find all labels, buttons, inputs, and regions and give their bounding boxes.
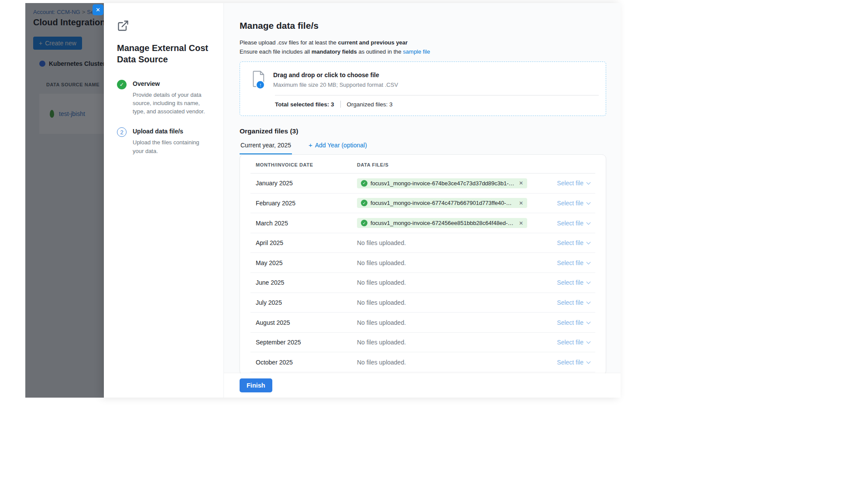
- background-page: Account: CCM-NG>Set Cloud Integration + …: [25, 3, 104, 398]
- file-chip: ✓focusv1_mongo-invoice-674be3ce47c73d37d…: [357, 178, 527, 188]
- month-label: March 2025: [256, 220, 357, 227]
- close-button[interactable]: ✕: [93, 4, 103, 15]
- step-complete-check-icon: ✓: [117, 80, 127, 89]
- month-label: July 2025: [256, 299, 357, 306]
- step-overview[interactable]: ✓ Overview Provide details of your data …: [117, 80, 211, 116]
- select-file-label: Select file: [557, 319, 583, 326]
- no-files-text: No files uploaded.: [357, 339, 406, 346]
- file-cell: No files uploaded.: [357, 239, 539, 246]
- chevron-down-icon: [587, 220, 591, 225]
- select-cell: Select file: [539, 200, 590, 207]
- chevron-down-icon: [587, 359, 591, 364]
- dropzone-secondary-text: Maximum file size 20 MB; Supported forma…: [273, 82, 398, 88]
- remove-file-icon[interactable]: ✕: [519, 220, 523, 226]
- select-file-label: Select file: [557, 279, 583, 286]
- step-overview-description: Provide details of your data source, inc…: [133, 91, 208, 116]
- step-upload-label: Upload data file/s: [133, 128, 208, 135]
- chevron-down-icon: [587, 240, 591, 245]
- select-file-label: Select file: [557, 239, 583, 246]
- external-link-icon: [117, 20, 129, 32]
- step-upload-data-files[interactable]: 2 Upload data file/s Upload the files co…: [117, 128, 211, 155]
- select-file-button[interactable]: Select file: [557, 279, 590, 286]
- file-cell: No files uploaded.: [357, 319, 539, 326]
- file-chip: ✓focusv1_mongo-invoice-6774c477b667901d7…: [357, 198, 527, 208]
- no-files-text: No files uploaded.: [357, 259, 406, 266]
- month-label: September 2025: [256, 339, 357, 346]
- select-cell: Select file: [539, 220, 590, 227]
- column-header-data-files: DATA FILE/S: [357, 162, 590, 167]
- select-file-label: Select file: [557, 339, 583, 346]
- upload-panel: Manage data file/s Please upload .csv fi…: [223, 3, 621, 398]
- select-cell: Select file: [539, 299, 590, 306]
- table-row: September 2025No files uploaded.Select f…: [250, 333, 595, 353]
- select-file-button[interactable]: Select file: [557, 180, 590, 187]
- select-cell: Select file: [539, 279, 590, 286]
- stats-divider: [340, 101, 341, 108]
- add-year-button[interactable]: + Add Year (optional): [308, 141, 368, 154]
- file-cell: No files uploaded.: [357, 259, 539, 266]
- remove-file-icon[interactable]: ✕: [519, 180, 523, 186]
- month-label: August 2025: [256, 319, 357, 326]
- step-overview-label: Overview: [133, 80, 208, 87]
- remove-file-icon[interactable]: ✕: [519, 200, 523, 206]
- no-files-text: No files uploaded.: [357, 319, 406, 326]
- table-row: July 2025No files uploaded.Select file: [250, 293, 595, 313]
- select-cell: Select file: [539, 239, 590, 246]
- table-header-row: MONTH/INVOICE DATE DATA FILE/S: [250, 155, 595, 174]
- sample-file-link[interactable]: sample file: [403, 48, 430, 55]
- select-file-button[interactable]: Select file: [557, 319, 590, 326]
- table-row: May 2025No files uploaded.Select file: [250, 253, 595, 273]
- select-file-label: Select file: [557, 359, 583, 366]
- screen: Account: CCM-NG>Set Cloud Integration + …: [0, 0, 844, 504]
- table-row: October 2025No files uploaded.Select fil…: [250, 352, 595, 372]
- select-file-button[interactable]: Select file: [557, 220, 590, 227]
- select-cell: Select file: [539, 359, 590, 366]
- tab-current-year-2025[interactable]: Current year, 2025: [240, 142, 292, 154]
- month-label: April 2025: [256, 239, 357, 246]
- file-name: focusv1_mongo-invoice-672456ee851bbb28c6…: [371, 220, 515, 226]
- year-tabs: Current year, 2025 + Add Year (optional): [240, 141, 606, 154]
- overlay-scrim[interactable]: [25, 3, 104, 398]
- select-file-button[interactable]: Select file: [557, 259, 590, 266]
- wizard-sidebar: Manage External Cost Data Source ✓ Overv…: [104, 3, 223, 398]
- file-cell: No files uploaded.: [357, 279, 539, 286]
- step-upload-description: Upload the files containing your data.: [133, 138, 208, 155]
- select-file-label: Select file: [557, 299, 583, 306]
- select-file-label: Select file: [557, 220, 583, 227]
- add-year-label: Add Year (optional): [315, 142, 367, 149]
- select-cell: Select file: [539, 180, 590, 187]
- select-file-button[interactable]: Select file: [557, 239, 590, 246]
- month-label: February 2025: [256, 200, 357, 207]
- chevron-down-icon: [587, 180, 591, 185]
- file-dropzone[interactable]: ↑ Drag and drop or click to choose file …: [240, 61, 606, 116]
- table-row: February 2025✓focusv1_mongo-invoice-6774…: [250, 194, 595, 214]
- file-chip: ✓focusv1_mongo-invoice-672456ee851bbb28c…: [357, 218, 527, 228]
- organized-files-card: MONTH/INVOICE DATE DATA FILE/S January 2…: [240, 154, 606, 373]
- select-file-button[interactable]: Select file: [557, 339, 590, 346]
- wizard-title: Manage External Cost Data Source: [117, 42, 211, 65]
- column-header-month: MONTH/INVOICE DATE: [256, 162, 357, 167]
- panel-title: Manage data file/s: [240, 20, 606, 31]
- table-row: April 2025No files uploaded.Select file: [250, 233, 595, 253]
- chevron-down-icon: [587, 320, 591, 324]
- month-label: October 2025: [256, 359, 357, 366]
- total-selected-files: Total selected files: 3: [275, 101, 334, 108]
- table-row: June 2025No files uploaded.Select file: [250, 273, 595, 293]
- upload-instructions: Please upload .csv files for at least th…: [240, 38, 606, 56]
- select-file-label: Select file: [557, 200, 583, 207]
- organized-files-count: Organized files: 3: [347, 101, 393, 108]
- finish-button[interactable]: Finish: [240, 378, 272, 392]
- file-cell: No files uploaded.: [357, 299, 539, 306]
- table-row: January 2025✓focusv1_mongo-invoice-674be…: [250, 174, 595, 194]
- month-label: May 2025: [256, 259, 357, 266]
- chevron-down-icon: [587, 201, 591, 205]
- select-cell: Select file: [539, 339, 590, 346]
- file-upload-icon: ↑: [252, 71, 267, 88]
- check-icon: ✓: [361, 180, 367, 187]
- dropzone-primary-text: Drag and drop or click to choose file: [273, 72, 398, 78]
- check-icon: ✓: [361, 220, 367, 226]
- select-file-button[interactable]: Select file: [557, 299, 590, 306]
- select-file-button[interactable]: Select file: [557, 200, 590, 207]
- month-label: June 2025: [256, 279, 357, 286]
- select-file-button[interactable]: Select file: [557, 359, 590, 366]
